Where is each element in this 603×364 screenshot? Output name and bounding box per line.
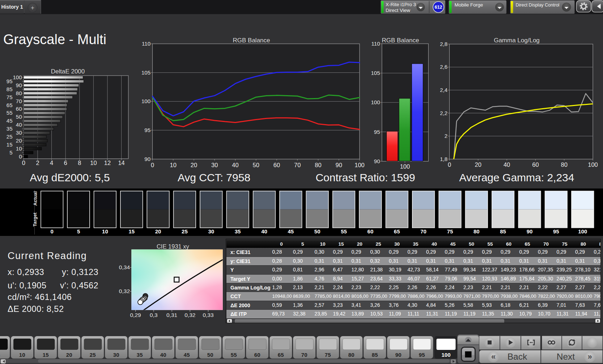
svg-text:60: 60: [254, 352, 260, 358]
svg-text:95: 95: [553, 228, 559, 234]
svg-text:45: 45: [184, 352, 190, 358]
svg-text:85: 85: [500, 228, 506, 234]
svg-text:100: 100: [354, 162, 365, 168]
svg-text:100: 100: [578, 228, 587, 234]
svg-text:2: 2: [36, 160, 39, 166]
svg-text:2,2: 2,2: [440, 110, 447, 116]
svg-text:0: 0: [151, 162, 154, 168]
svg-text:20: 20: [191, 162, 197, 168]
svg-text:90: 90: [144, 156, 150, 162]
svg-text:100: 100: [371, 99, 380, 105]
svg-text:10: 10: [19, 352, 25, 358]
svg-text:40: 40: [504, 161, 510, 168]
svg-text:100: 100: [13, 74, 22, 80]
svg-text:35: 35: [235, 228, 241, 234]
svg-text:55: 55: [231, 352, 237, 358]
svg-text:45: 45: [7, 118, 13, 124]
svg-text:2,4: 2,4: [440, 87, 447, 93]
svg-text:0: 0: [22, 160, 25, 166]
svg-text:70: 70: [16, 98, 22, 104]
svg-text:2,8: 2,8: [440, 41, 447, 47]
svg-text:10: 10: [102, 228, 108, 234]
svg-text:Gamma Log/Log: Gamma Log/Log: [494, 37, 540, 44]
svg-text:105: 105: [141, 69, 150, 76]
svg-text:60: 60: [368, 228, 374, 234]
svg-text:15: 15: [7, 141, 13, 148]
svg-text:0: 0: [448, 161, 451, 168]
svg-text:RGB Balance: RGB Balance: [382, 37, 419, 44]
svg-text:0,32: 0,32: [184, 312, 195, 318]
svg-text:20: 20: [155, 228, 161, 234]
svg-text:0,33: 0,33: [203, 312, 213, 318]
svg-text:80: 80: [315, 162, 321, 168]
svg-text:0,3: 0,3: [150, 312, 158, 318]
svg-text:10: 10: [170, 162, 177, 168]
svg-text:14: 14: [118, 160, 124, 166]
svg-text:40: 40: [160, 352, 166, 358]
svg-text:25: 25: [90, 352, 96, 358]
svg-text:15: 15: [43, 352, 49, 358]
svg-text:30: 30: [113, 352, 119, 358]
svg-text:5: 5: [77, 228, 80, 234]
svg-text:90: 90: [374, 158, 380, 164]
svg-text:40: 40: [16, 122, 22, 128]
svg-text:60: 60: [273, 162, 280, 168]
svg-text:80: 80: [561, 161, 568, 168]
svg-text:65: 65: [7, 102, 13, 108]
svg-text:50: 50: [207, 352, 213, 358]
svg-text:Target: Target: [33, 212, 38, 227]
svg-text:70: 70: [294, 162, 301, 168]
svg-text:90: 90: [395, 352, 402, 358]
svg-text:65: 65: [278, 352, 284, 358]
svg-text:0,31: 0,31: [166, 312, 177, 318]
svg-text:75: 75: [7, 94, 13, 100]
svg-text:110: 110: [142, 41, 150, 47]
svg-text:60: 60: [16, 106, 22, 112]
svg-text:100: 100: [141, 98, 150, 104]
svg-text:80: 80: [16, 90, 22, 96]
svg-text:2: 2: [445, 133, 447, 139]
svg-text:25: 25: [7, 134, 13, 140]
svg-text:50: 50: [314, 228, 320, 234]
svg-text:0: 0: [19, 153, 22, 160]
svg-text:40: 40: [232, 162, 238, 168]
svg-text:30: 30: [211, 162, 218, 168]
svg-text:20: 20: [16, 137, 22, 144]
svg-text:80: 80: [474, 228, 480, 234]
svg-text:95: 95: [419, 352, 425, 358]
svg-text:55: 55: [7, 110, 13, 116]
svg-text:20: 20: [66, 352, 72, 358]
svg-text:0: 0: [51, 228, 54, 234]
svg-text:Next: Next: [557, 352, 575, 361]
svg-text:90: 90: [16, 82, 22, 88]
svg-text:110: 110: [371, 41, 380, 47]
svg-text:4: 4: [50, 160, 53, 166]
svg-text:«: «: [491, 352, 496, 361]
svg-text:Back: Back: [508, 352, 527, 361]
svg-text:95: 95: [144, 127, 150, 133]
svg-text:12: 12: [104, 160, 111, 166]
svg-text:75: 75: [447, 228, 453, 234]
svg-text:30: 30: [208, 228, 214, 234]
svg-text:6: 6: [64, 160, 67, 166]
svg-text:95: 95: [7, 78, 13, 84]
svg-text:35: 35: [137, 352, 143, 358]
svg-text:55: 55: [341, 228, 347, 234]
svg-text:50: 50: [16, 114, 22, 120]
svg-text:90: 90: [527, 228, 533, 234]
svg-text:65: 65: [394, 228, 400, 234]
svg-text:30: 30: [16, 130, 22, 136]
svg-text:5: 5: [9, 149, 12, 156]
svg-text:0,34: 0,34: [119, 264, 130, 270]
svg-text:15: 15: [128, 228, 135, 234]
svg-text:0,32: 0,32: [119, 288, 130, 294]
svg-text:100: 100: [400, 163, 410, 170]
svg-text:90: 90: [336, 162, 342, 168]
svg-text:8: 8: [78, 160, 81, 166]
svg-text:95: 95: [374, 129, 380, 135]
svg-text:80: 80: [348, 352, 354, 358]
svg-text:CIE 1931 xy: CIE 1931 xy: [157, 243, 190, 250]
svg-text:1,8: 1,8: [440, 156, 447, 162]
svg-text:40: 40: [261, 228, 267, 234]
svg-text:70: 70: [420, 228, 426, 234]
